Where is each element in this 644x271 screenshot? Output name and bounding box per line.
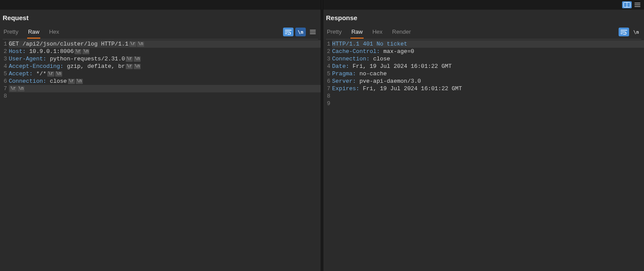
cr-badge: \r xyxy=(10,86,17,92)
response-tab-tools: \n xyxy=(619,28,641,36)
text-token: max-age=0 xyxy=(380,48,414,55)
line-number: 8 xyxy=(0,92,8,100)
code-line[interactable] xyxy=(332,92,644,100)
line-number: 6 xyxy=(323,77,331,85)
tab-request-hex[interactable]: Hex xyxy=(48,27,60,38)
code-line[interactable]: Pragma: no-cache xyxy=(332,70,644,77)
request-title: Request xyxy=(0,10,321,26)
tab-response-raw[interactable]: Raw xyxy=(350,27,364,38)
text-token: no-cache xyxy=(356,70,387,77)
code-line[interactable]: Date: Fri, 19 Jul 2024 16:01:22 GMT xyxy=(332,63,644,70)
line-number: 7 xyxy=(323,85,331,92)
text-token: close xyxy=(370,55,390,63)
request-tab-tools: \n xyxy=(283,28,318,36)
code-line[interactable]: Server: pve-api-daemon/3.0 xyxy=(332,77,644,85)
response-show-literals-button[interactable]: \n xyxy=(631,28,641,36)
response-gutter: 123456789 xyxy=(323,39,331,271)
wrap-toggle-button[interactable] xyxy=(283,28,294,36)
header-token: Connection: xyxy=(9,77,46,85)
response-wrap-toggle-button[interactable] xyxy=(619,28,629,36)
line-number: 3 xyxy=(323,55,331,63)
cr-badge: \r xyxy=(74,49,81,54)
hamburger-icon xyxy=(310,29,316,35)
text-token: GET /api2/json/cluster/log HTTP/1.1 xyxy=(9,40,128,48)
lf-badge: \n xyxy=(55,71,62,77)
text-token: gzip, deflate, br xyxy=(64,63,125,70)
lf-badge: \n xyxy=(18,86,25,92)
line-number: 1 xyxy=(0,40,8,48)
line-number: 7 xyxy=(0,85,8,92)
tab-response-render[interactable]: Render xyxy=(391,27,412,38)
line-number: 9 xyxy=(323,100,331,107)
response-tabs: Pretty Raw Hex Render \n xyxy=(323,26,644,38)
line-number: 5 xyxy=(0,70,8,77)
cr-badge: \r xyxy=(68,79,75,84)
code-line[interactable] xyxy=(9,92,321,100)
code-line[interactable]: \r\n xyxy=(9,85,321,92)
line-number: 3 xyxy=(0,55,8,63)
header-token: HTTP/1.1 401 No ticket xyxy=(332,40,407,48)
lf-badge: \n xyxy=(134,64,141,69)
code-line[interactable]: Accept: */*\r\n xyxy=(9,70,321,77)
show-literals-button[interactable]: \n xyxy=(295,28,306,36)
code-line[interactable]: HTTP/1.1 401 No ticket xyxy=(332,40,644,48)
tab-request-raw[interactable]: Raw xyxy=(27,27,40,38)
code-line[interactable]: Connection: close\r\n xyxy=(9,77,321,85)
text-token: */* xyxy=(33,70,46,77)
request-code[interactable]: GET /api2/json/cluster/log HTTP/1.1\r\nH… xyxy=(8,39,321,271)
header-token: Accept-Encoding: xyxy=(9,63,64,70)
code-line[interactable]: Expires: Fri, 19 Jul 2024 16:01:22 GMT xyxy=(332,85,644,92)
tab-response-hex[interactable]: Hex xyxy=(372,27,383,38)
lf-badge: \n xyxy=(82,49,89,54)
wrap-icon xyxy=(620,29,627,35)
wrap-icon xyxy=(285,29,292,35)
request-tabs: Pretty Raw Hex \n xyxy=(0,26,321,38)
layout-menu-button[interactable] xyxy=(633,1,642,8)
lf-badge: \n xyxy=(76,79,83,84)
code-line[interactable] xyxy=(332,100,644,107)
header-token: User-Agent: xyxy=(9,55,46,63)
cr-badge: \r xyxy=(47,71,54,77)
header-token: Accept: xyxy=(9,70,33,77)
text-token: close xyxy=(46,77,67,85)
code-line[interactable]: GET /api2/json/cluster/log HTTP/1.1\r\n xyxy=(9,40,321,48)
line-number: 6 xyxy=(0,77,8,85)
code-line[interactable]: User-Agent: python-requests/2.31.0\r\n xyxy=(9,55,321,63)
request-pane: Request Pretty Raw Hex \n 12345678 GET /… xyxy=(0,0,321,271)
request-topbar-strip xyxy=(0,0,321,10)
cr-badge: \r xyxy=(126,64,133,69)
text-token: 10.9.0.1:8006 xyxy=(26,48,74,55)
header-token: Date: xyxy=(332,63,349,70)
request-editor[interactable]: 12345678 GET /api2/json/cluster/log HTTP… xyxy=(0,39,321,271)
header-token: Server: xyxy=(332,77,356,85)
code-line[interactable]: Connection: close xyxy=(332,55,644,63)
line-number: 4 xyxy=(0,63,8,70)
cr-badge: \r xyxy=(126,56,133,62)
response-editor[interactable]: 123456789 HTTP/1.1 401 No ticketCache-Co… xyxy=(323,39,644,271)
code-line[interactable]: Accept-Encoding: gzip, deflate, br\r\n xyxy=(9,63,321,70)
response-title: Response xyxy=(323,10,644,26)
response-code[interactable]: HTTP/1.1 401 No ticketCache-Control: max… xyxy=(331,39,644,271)
tab-response-pretty[interactable]: Pretty xyxy=(326,27,343,38)
header-token: Connection: xyxy=(332,55,370,63)
request-options-button[interactable] xyxy=(308,28,318,36)
cr-badge: \r xyxy=(129,42,136,47)
http-viewer: Request Pretty Raw Hex \n 12345678 GET /… xyxy=(0,0,644,271)
lf-badge: \n xyxy=(137,42,144,47)
tab-request-pretty[interactable]: Pretty xyxy=(3,27,19,38)
request-gutter: 12345678 xyxy=(0,39,8,271)
code-line[interactable]: Host: 10.9.0.1:8006\r\n xyxy=(9,48,321,55)
code-line[interactable]: Cache-Control: max-age=0 xyxy=(332,48,644,55)
text-token: python-requests/2.31.0 xyxy=(46,55,125,63)
text-token: pve-api-daemon/3.0 xyxy=(356,77,421,85)
header-token: Pragma: xyxy=(332,70,356,77)
header-token: Host: xyxy=(9,48,26,55)
layout-split-button[interactable] xyxy=(622,1,632,8)
line-number: 2 xyxy=(323,48,331,55)
text-token: Fri, 19 Jul 2024 16:01:22 GMT xyxy=(359,85,462,92)
line-number: 2 xyxy=(0,48,8,55)
header-token: Cache-Control: xyxy=(332,48,380,55)
split-vertical-icon xyxy=(623,2,630,7)
lf-badge: \n xyxy=(134,56,141,62)
text-token: Fri, 19 Jul 2024 16:01:22 GMT xyxy=(349,63,452,70)
